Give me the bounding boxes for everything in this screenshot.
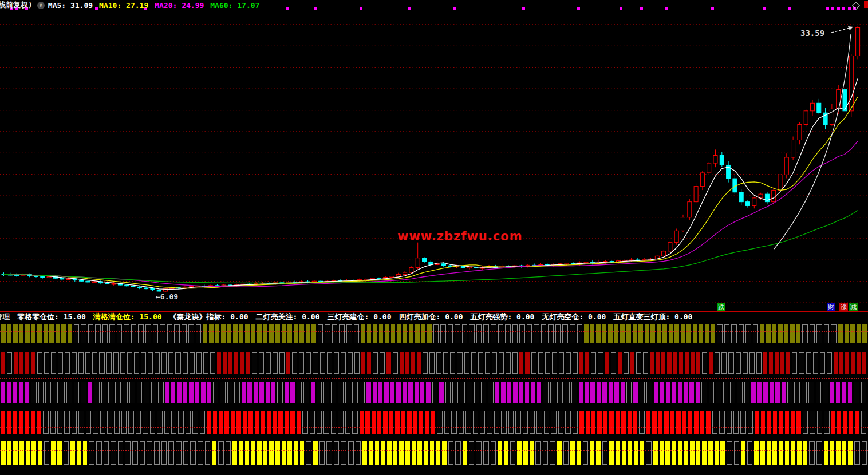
indicator-bar [749, 352, 755, 374]
indicator-bar [104, 441, 109, 465]
indicator-bar [784, 324, 789, 343]
indicator-bar [681, 324, 685, 343]
indicator-bar [448, 441, 454, 465]
ma-value-label: MA20: 24.99 [155, 1, 204, 10]
indicator-bar [530, 411, 535, 434]
indicator-bar [531, 352, 536, 374]
indicator-bar [506, 352, 511, 374]
indicator-bar [538, 352, 543, 374]
badge-减[interactable]: 减 [849, 303, 858, 311]
indicator-bar [555, 324, 561, 343]
indicator-bar [203, 324, 207, 343]
indicator-bar [386, 352, 390, 374]
indicator-bar [579, 352, 583, 374]
status-item: 五灯直变三灯顶: 0.00 [613, 312, 692, 322]
indicator-bar [323, 411, 329, 434]
status-item: 零格零仓位: 15.00 [17, 312, 86, 322]
indicator-bar [823, 382, 828, 403]
indicator-bar [352, 411, 357, 434]
indicator-bar [399, 441, 404, 465]
indicator-bar [437, 411, 442, 434]
indicator-bar [504, 441, 508, 465]
indicator-bar [445, 382, 451, 403]
indicator-bar [334, 441, 340, 465]
indicator-bar [303, 382, 309, 403]
indicator-bar [92, 352, 97, 374]
indicator-bar [565, 382, 570, 403]
indicator-bar [247, 382, 251, 403]
indicator-bar [494, 411, 499, 434]
indicator-bar [590, 324, 595, 343]
indicator-bar [602, 382, 606, 403]
indicator-bar [670, 411, 674, 434]
indicator-bar [19, 352, 23, 374]
indicator-bar [517, 441, 522, 465]
indicator-bar [544, 411, 549, 434]
candles-layer[interactable] [2, 26, 860, 292]
indicator-bar [557, 441, 562, 465]
ma-line-ma60 [4, 211, 858, 283]
candlestick-chart[interactable] [0, 0, 868, 311]
light-row-red [1, 411, 867, 434]
indicator-bar [523, 441, 528, 465]
indicator-bar [455, 441, 461, 465]
indicator-bar [796, 411, 800, 434]
indicator-bar [803, 411, 808, 434]
indicator-bar [673, 352, 677, 374]
indicator-bar [773, 411, 777, 434]
badge-财[interactable]: 财 [827, 303, 835, 311]
indicator-bar [628, 441, 632, 465]
indicator-bar [127, 352, 132, 374]
indicator-bar [160, 324, 165, 343]
indicator-bar [562, 324, 568, 343]
collapse-icon[interactable]: ∨ [37, 2, 45, 9]
indicator-bar [626, 382, 632, 403]
indicator-bar [326, 441, 332, 465]
indicator-bar [643, 352, 648, 374]
indicator-bar [689, 382, 693, 403]
indicator-bar [275, 441, 280, 465]
indicator-bar [413, 411, 417, 434]
indicator-bar [390, 382, 394, 403]
indicator-bar [755, 411, 759, 434]
indicator-bar [760, 324, 764, 343]
badge-跌[interactable]: 跌 [717, 303, 725, 311]
indicator-bar [666, 382, 670, 403]
indicator-bar [559, 352, 564, 374]
indicator-bar [44, 324, 48, 343]
indicator-bar [113, 352, 119, 374]
indicator-bar [498, 441, 502, 465]
indicator-bar [345, 411, 350, 434]
indicator-bar [290, 382, 294, 403]
indicator-bar [401, 411, 405, 434]
indicator-bar [813, 352, 818, 374]
indicator-bar [254, 382, 258, 403]
indicator-bar [854, 382, 859, 403]
chart-canvas[interactable] [0, 0, 868, 311]
indicator-bar [590, 441, 594, 465]
status-item: 五灯亮强势: 0.00 [470, 312, 534, 322]
indicator-bar [294, 441, 298, 465]
indicator-bar [432, 382, 437, 403]
indicator-bar [83, 441, 88, 465]
indicator-bar [57, 411, 62, 434]
indicator-bar [203, 352, 208, 374]
badge-涨[interactable]: 涨 [839, 303, 848, 311]
indicator-bar [645, 324, 649, 343]
indicator-bar [233, 324, 238, 343]
indicator-bar [727, 411, 732, 434]
indicator-bar [236, 411, 240, 434]
indicator-bar [356, 441, 361, 465]
indicator-bar [377, 411, 381, 434]
indicator-bar [64, 411, 69, 434]
indicator-bar [640, 382, 645, 403]
indicator-bar [297, 411, 301, 434]
indicator-bar [848, 382, 852, 403]
indicator-bar [155, 352, 160, 374]
watermark: www.zbzfwu.com [397, 229, 523, 243]
indicator-bar [44, 441, 50, 465]
indicator-bar [465, 411, 471, 434]
indicator-bar [657, 324, 661, 343]
indicator-bar [124, 324, 129, 343]
indicator-bar [696, 352, 700, 374]
